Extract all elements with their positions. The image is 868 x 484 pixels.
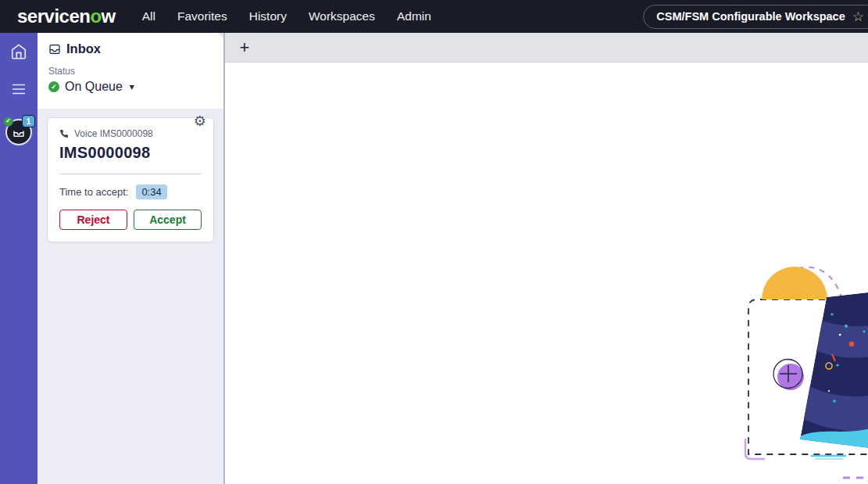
primary-nav: All Favorites History Workspaces Admin bbox=[142, 9, 431, 23]
nav-item-favorites[interactable]: Favorites bbox=[177, 9, 227, 23]
card-type-label: Voice IMS0000098 bbox=[74, 128, 153, 139]
status-available-icon: ✓ bbox=[48, 81, 59, 92]
empty-state-illustration bbox=[739, 261, 868, 484]
list-icon bbox=[10, 81, 27, 98]
new-tab-button[interactable]: + bbox=[235, 39, 254, 56]
space-poster bbox=[794, 289, 868, 453]
home-button[interactable] bbox=[9, 42, 28, 61]
card-divider bbox=[59, 174, 202, 174]
presence-available-badge: ✓ bbox=[3, 117, 13, 127]
time-to-accept-label: Time to accept: bbox=[59, 186, 128, 198]
home-icon bbox=[10, 43, 27, 60]
inbox-settings-button[interactable]: ⚙ bbox=[194, 114, 206, 128]
phone-icon bbox=[59, 129, 69, 138]
interaction-number: IMS0000098 bbox=[59, 144, 202, 162]
status-value: On Queue bbox=[65, 80, 123, 94]
main-content-area: + bbox=[225, 33, 868, 484]
inbox-panel: Inbox Status ✓ On Queue ▾ ⚙ Voice IMS000… bbox=[38, 33, 225, 484]
status-dropdown[interactable]: ✓ On Queue ▾ bbox=[48, 80, 166, 94]
workspace-title-pill[interactable]: CSM/FSM Configurable Workspace ☆ bbox=[643, 5, 868, 29]
nav-item-history[interactable]: History bbox=[249, 9, 287, 23]
servicenow-logo: servicenow bbox=[17, 5, 116, 27]
reject-button[interactable]: Reject bbox=[59, 210, 127, 230]
left-rail: ✓ 1 bbox=[0, 33, 38, 484]
illustration-plus-circle bbox=[773, 360, 804, 391]
workspace-title: CSM/FSM Configurable Workspace bbox=[656, 10, 845, 23]
top-header: servicenow All Favorites History Workspa… bbox=[0, 0, 868, 33]
logo-green-o: o bbox=[90, 5, 101, 27]
accept-button[interactable]: Accept bbox=[134, 210, 202, 230]
sun-shape bbox=[762, 267, 827, 299]
tab-bar: + bbox=[225, 33, 868, 63]
nav-item-admin[interactable]: Admin bbox=[397, 9, 431, 23]
nav-item-all[interactable]: All bbox=[142, 9, 155, 23]
status-label: Status bbox=[48, 66, 213, 77]
time-to-accept-value: 0:34 bbox=[136, 185, 166, 199]
inbox-count-badge: 1 bbox=[22, 115, 35, 127]
incoming-call-card[interactable]: Voice IMS0000098 IMS0000098 Time to acce… bbox=[47, 117, 214, 242]
inbox-avatar-button[interactable]: ✓ 1 bbox=[5, 119, 32, 145]
list-button[interactable] bbox=[9, 80, 28, 99]
favorite-star-icon[interactable]: ☆ bbox=[852, 10, 864, 23]
inbox-panel-header: Inbox Status ✓ On Queue ▾ ⚙ bbox=[38, 33, 223, 109]
chevron-down-icon: ▾ bbox=[130, 81, 134, 92]
inbox-icon bbox=[48, 43, 61, 56]
nav-item-workspaces[interactable]: Workspaces bbox=[309, 9, 375, 23]
inbox-title: Inbox bbox=[66, 41, 101, 56]
